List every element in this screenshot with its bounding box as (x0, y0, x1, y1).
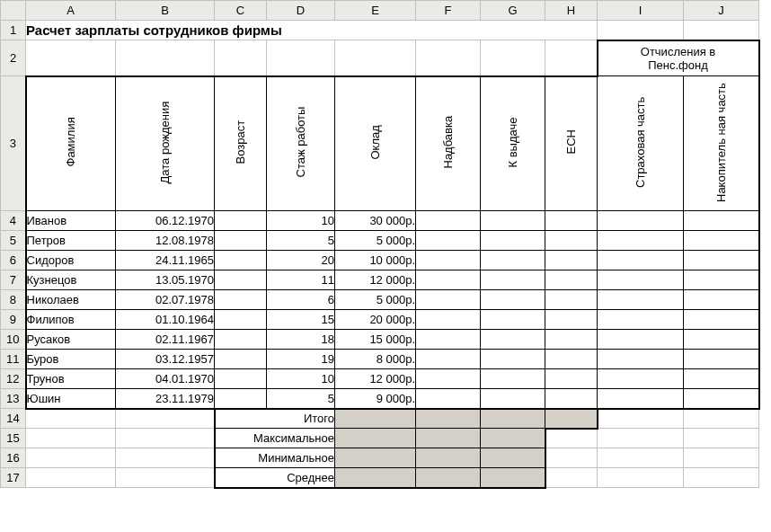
header-strah[interactable]: Страховая часть (598, 76, 684, 211)
cell-age[interactable] (215, 251, 267, 270)
cell-name[interactable]: Филипов (26, 310, 116, 330)
row-header-9[interactable]: 9 (1, 310, 26, 330)
cell-dob[interactable]: 24.11.1965 (116, 251, 215, 270)
cell-oklad[interactable]: 20 000р. (335, 310, 416, 330)
cell-dob[interactable]: 13.05.1970 (116, 270, 215, 290)
cell-name[interactable]: Трунов (26, 369, 116, 389)
cell-name[interactable]: Русаков (26, 330, 116, 350)
cell-esn[interactable] (545, 290, 598, 310)
cell-B15[interactable] (116, 429, 215, 448)
cell-oklad[interactable]: 30 000р. (335, 211, 416, 231)
cell-I1[interactable] (598, 21, 684, 40)
cell-strah[interactable] (598, 290, 684, 310)
summary-avg-G[interactable] (481, 468, 545, 488)
cell-oklad[interactable]: 8 000р. (335, 350, 416, 369)
cell-esn[interactable] (545, 211, 598, 231)
cell-stazh[interactable]: 5 (267, 389, 335, 409)
cell-age[interactable] (215, 389, 267, 409)
cell-oklad[interactable]: 12 000р. (335, 369, 416, 389)
cell-nakop[interactable] (684, 389, 759, 409)
cell-nakop[interactable] (684, 290, 759, 310)
cell-D2[interactable] (267, 40, 335, 76)
cell-nakop[interactable] (684, 251, 759, 270)
cell-nadbavka[interactable] (416, 389, 481, 409)
cell-A2[interactable] (26, 40, 116, 76)
cell-nadbavka[interactable] (416, 330, 481, 350)
cell-kvydache[interactable] (481, 290, 545, 310)
cell-strah[interactable] (598, 330, 684, 350)
cell-E2[interactable] (335, 40, 416, 76)
summary-avg-E[interactable] (335, 468, 416, 488)
col-header-I[interactable]: I (598, 1, 684, 21)
row-header-3[interactable]: 3 (1, 76, 26, 211)
header-esn[interactable]: ЕСН (545, 76, 598, 211)
cell-esn[interactable] (545, 251, 598, 270)
cell-esn[interactable] (545, 310, 598, 330)
cell-nakop[interactable] (684, 211, 759, 231)
cell-B2[interactable] (116, 40, 215, 76)
header-age[interactable]: Возраст (215, 76, 267, 211)
cell-A16[interactable] (26, 448, 116, 468)
cell-esn[interactable] (545, 231, 598, 251)
cell-dob[interactable]: 12.08.1978 (116, 231, 215, 251)
cell-strah[interactable] (598, 310, 684, 330)
cell-B17[interactable] (116, 468, 215, 488)
cell-nakop[interactable] (684, 330, 759, 350)
col-header-A[interactable]: A (26, 1, 116, 21)
cell-kvydache[interactable] (481, 369, 545, 389)
cell-strah[interactable] (598, 251, 684, 270)
cell-oklad[interactable]: 5 000р. (335, 290, 416, 310)
cell-nadbavka[interactable] (416, 270, 481, 290)
cell-strah[interactable] (598, 350, 684, 369)
cell-stazh[interactable]: 20 (267, 251, 335, 270)
cell-A15[interactable] (26, 429, 116, 448)
header-familia[interactable]: Фамилия (26, 76, 116, 211)
header-stazh[interactable]: Стаж работы (267, 76, 335, 211)
row-header-12[interactable]: 12 (1, 369, 26, 389)
summary-min-F[interactable] (416, 448, 481, 468)
cell-stazh[interactable]: 11 (267, 270, 335, 290)
cell-J17[interactable] (684, 468, 759, 488)
cell-J1[interactable] (684, 21, 759, 40)
cell-J15[interactable] (684, 429, 759, 448)
header-nakop[interactable]: Накопитель ная часть (684, 76, 759, 211)
cell-nadbavka[interactable] (416, 290, 481, 310)
row-header-10[interactable]: 10 (1, 330, 26, 350)
cell-esn[interactable] (545, 369, 598, 389)
cell-name[interactable]: Иванов (26, 211, 116, 231)
cell-C2[interactable] (215, 40, 267, 76)
col-header-H[interactable]: H (545, 1, 598, 21)
cell-nakop[interactable] (684, 350, 759, 369)
cell-oklad[interactable]: 12 000р. (335, 270, 416, 290)
cell-A17[interactable] (26, 468, 116, 488)
cell-stazh[interactable]: 5 (267, 231, 335, 251)
cell-I17[interactable] (598, 468, 684, 488)
cell-I16[interactable] (598, 448, 684, 468)
col-header-G[interactable]: G (481, 1, 545, 21)
cell-name[interactable]: Николаев (26, 290, 116, 310)
cell-dob[interactable]: 02.07.1978 (116, 290, 215, 310)
cell-B14[interactable] (116, 409, 215, 429)
cell-strah[interactable] (598, 270, 684, 290)
cell-stazh[interactable]: 18 (267, 330, 335, 350)
col-header-E[interactable]: E (335, 1, 416, 21)
cell-age[interactable] (215, 211, 267, 231)
cell-kvydache[interactable] (481, 350, 545, 369)
summary-min-E[interactable] (335, 448, 416, 468)
cell-J16[interactable] (684, 448, 759, 468)
summary-avg-F[interactable] (416, 468, 481, 488)
cell-age[interactable] (215, 270, 267, 290)
cell-J14[interactable] (684, 409, 759, 429)
col-header-J[interactable]: J (684, 1, 759, 21)
cell-dob[interactable]: 23.11.1979 (116, 389, 215, 409)
cell-strah[interactable] (598, 211, 684, 231)
cell-A14[interactable] (26, 409, 116, 429)
row-header-16[interactable]: 16 (1, 448, 26, 468)
cell-stazh[interactable]: 15 (267, 310, 335, 330)
cell-H2[interactable] (545, 40, 598, 76)
cell-kvydache[interactable] (481, 310, 545, 330)
summary-avg-label[interactable]: Среднее (215, 468, 335, 488)
cell-age[interactable] (215, 231, 267, 251)
summary-itogo-E[interactable] (335, 409, 416, 429)
summary-max-label[interactable]: Максимальное (215, 429, 335, 448)
